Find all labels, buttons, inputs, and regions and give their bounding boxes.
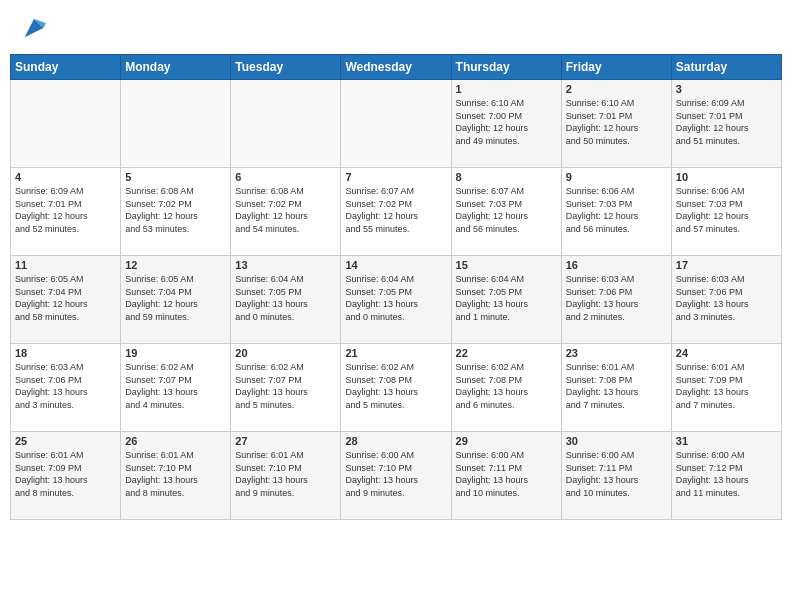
day-number: 18 [15,347,116,359]
calendar-cell: 17Sunrise: 6:03 AM Sunset: 7:06 PM Dayli… [671,256,781,344]
calendar-cell: 5Sunrise: 6:08 AM Sunset: 7:02 PM Daylig… [121,168,231,256]
day-info: Sunrise: 6:06 AM Sunset: 7:03 PM Dayligh… [676,185,777,235]
day-info: Sunrise: 6:03 AM Sunset: 7:06 PM Dayligh… [566,273,667,323]
calendar-cell: 12Sunrise: 6:05 AM Sunset: 7:04 PM Dayli… [121,256,231,344]
calendar-cell: 21Sunrise: 6:02 AM Sunset: 7:08 PM Dayli… [341,344,451,432]
day-number: 11 [15,259,116,271]
day-info: Sunrise: 6:09 AM Sunset: 7:01 PM Dayligh… [15,185,116,235]
day-number: 23 [566,347,667,359]
day-number: 1 [456,83,557,95]
day-number: 17 [676,259,777,271]
day-number: 21 [345,347,446,359]
day-info: Sunrise: 6:08 AM Sunset: 7:02 PM Dayligh… [125,185,226,235]
day-info: Sunrise: 6:07 AM Sunset: 7:02 PM Dayligh… [345,185,446,235]
calendar-cell: 4Sunrise: 6:09 AM Sunset: 7:01 PM Daylig… [11,168,121,256]
day-info: Sunrise: 6:01 AM Sunset: 7:09 PM Dayligh… [15,449,116,499]
day-number: 2 [566,83,667,95]
calendar-week-1: 1Sunrise: 6:10 AM Sunset: 7:00 PM Daylig… [11,80,782,168]
day-number: 24 [676,347,777,359]
day-number: 15 [456,259,557,271]
calendar-cell: 3Sunrise: 6:09 AM Sunset: 7:01 PM Daylig… [671,80,781,168]
calendar-cell [121,80,231,168]
day-info: Sunrise: 6:05 AM Sunset: 7:04 PM Dayligh… [125,273,226,323]
col-header-wednesday: Wednesday [341,55,451,80]
day-info: Sunrise: 6:10 AM Sunset: 7:01 PM Dayligh… [566,97,667,147]
calendar-cell: 23Sunrise: 6:01 AM Sunset: 7:08 PM Dayli… [561,344,671,432]
day-info: Sunrise: 6:00 AM Sunset: 7:12 PM Dayligh… [676,449,777,499]
day-info: Sunrise: 6:03 AM Sunset: 7:06 PM Dayligh… [15,361,116,411]
col-header-sunday: Sunday [11,55,121,80]
day-info: Sunrise: 6:03 AM Sunset: 7:06 PM Dayligh… [676,273,777,323]
calendar-week-4: 18Sunrise: 6:03 AM Sunset: 7:06 PM Dayli… [11,344,782,432]
day-number: 26 [125,435,226,447]
calendar-cell: 10Sunrise: 6:06 AM Sunset: 7:03 PM Dayli… [671,168,781,256]
calendar-cell [231,80,341,168]
day-number: 4 [15,171,116,183]
calendar-cell: 30Sunrise: 6:00 AM Sunset: 7:11 PM Dayli… [561,432,671,520]
calendar-cell: 7Sunrise: 6:07 AM Sunset: 7:02 PM Daylig… [341,168,451,256]
calendar-cell: 28Sunrise: 6:00 AM Sunset: 7:10 PM Dayli… [341,432,451,520]
calendar-cell: 27Sunrise: 6:01 AM Sunset: 7:10 PM Dayli… [231,432,341,520]
calendar-cell: 22Sunrise: 6:02 AM Sunset: 7:08 PM Dayli… [451,344,561,432]
day-info: Sunrise: 6:07 AM Sunset: 7:03 PM Dayligh… [456,185,557,235]
day-number: 7 [345,171,446,183]
calendar-cell: 18Sunrise: 6:03 AM Sunset: 7:06 PM Dayli… [11,344,121,432]
day-info: Sunrise: 6:01 AM Sunset: 7:10 PM Dayligh… [125,449,226,499]
calendar-cell: 13Sunrise: 6:04 AM Sunset: 7:05 PM Dayli… [231,256,341,344]
logo [18,14,48,42]
day-number: 12 [125,259,226,271]
calendar-cell: 6Sunrise: 6:08 AM Sunset: 7:02 PM Daylig… [231,168,341,256]
day-number: 8 [456,171,557,183]
logo-icon [20,14,48,42]
calendar-cell: 25Sunrise: 6:01 AM Sunset: 7:09 PM Dayli… [11,432,121,520]
day-info: Sunrise: 6:00 AM Sunset: 7:10 PM Dayligh… [345,449,446,499]
calendar-week-5: 25Sunrise: 6:01 AM Sunset: 7:09 PM Dayli… [11,432,782,520]
day-number: 3 [676,83,777,95]
calendar-cell: 16Sunrise: 6:03 AM Sunset: 7:06 PM Dayli… [561,256,671,344]
day-info: Sunrise: 6:09 AM Sunset: 7:01 PM Dayligh… [676,97,777,147]
day-info: Sunrise: 6:04 AM Sunset: 7:05 PM Dayligh… [345,273,446,323]
calendar-table: SundayMondayTuesdayWednesdayThursdayFrid… [10,54,782,520]
col-header-friday: Friday [561,55,671,80]
day-number: 9 [566,171,667,183]
day-info: Sunrise: 6:08 AM Sunset: 7:02 PM Dayligh… [235,185,336,235]
day-number: 31 [676,435,777,447]
calendar-cell [341,80,451,168]
calendar-cell: 20Sunrise: 6:02 AM Sunset: 7:07 PM Dayli… [231,344,341,432]
day-number: 20 [235,347,336,359]
day-number: 14 [345,259,446,271]
calendar-header: SundayMondayTuesdayWednesdayThursdayFrid… [11,55,782,80]
day-info: Sunrise: 6:04 AM Sunset: 7:05 PM Dayligh… [456,273,557,323]
day-info: Sunrise: 6:00 AM Sunset: 7:11 PM Dayligh… [566,449,667,499]
day-info: Sunrise: 6:01 AM Sunset: 7:08 PM Dayligh… [566,361,667,411]
calendar-cell: 29Sunrise: 6:00 AM Sunset: 7:11 PM Dayli… [451,432,561,520]
day-number: 10 [676,171,777,183]
calendar-cell: 24Sunrise: 6:01 AM Sunset: 7:09 PM Dayli… [671,344,781,432]
calendar-cell: 15Sunrise: 6:04 AM Sunset: 7:05 PM Dayli… [451,256,561,344]
col-header-saturday: Saturday [671,55,781,80]
calendar-cell: 11Sunrise: 6:05 AM Sunset: 7:04 PM Dayli… [11,256,121,344]
day-info: Sunrise: 6:02 AM Sunset: 7:07 PM Dayligh… [235,361,336,411]
day-number: 16 [566,259,667,271]
calendar-cell: 19Sunrise: 6:02 AM Sunset: 7:07 PM Dayli… [121,344,231,432]
col-header-thursday: Thursday [451,55,561,80]
day-number: 28 [345,435,446,447]
calendar-cell: 1Sunrise: 6:10 AM Sunset: 7:00 PM Daylig… [451,80,561,168]
calendar-week-2: 4Sunrise: 6:09 AM Sunset: 7:01 PM Daylig… [11,168,782,256]
col-header-monday: Monday [121,55,231,80]
day-info: Sunrise: 6:02 AM Sunset: 7:08 PM Dayligh… [456,361,557,411]
day-info: Sunrise: 6:06 AM Sunset: 7:03 PM Dayligh… [566,185,667,235]
day-number: 25 [15,435,116,447]
page-header [10,10,782,46]
day-number: 30 [566,435,667,447]
day-number: 22 [456,347,557,359]
day-number: 13 [235,259,336,271]
day-info: Sunrise: 6:10 AM Sunset: 7:00 PM Dayligh… [456,97,557,147]
day-info: Sunrise: 6:01 AM Sunset: 7:10 PM Dayligh… [235,449,336,499]
day-number: 19 [125,347,226,359]
day-info: Sunrise: 6:02 AM Sunset: 7:08 PM Dayligh… [345,361,446,411]
day-number: 29 [456,435,557,447]
calendar-cell [11,80,121,168]
day-info: Sunrise: 6:02 AM Sunset: 7:07 PM Dayligh… [125,361,226,411]
calendar-cell: 26Sunrise: 6:01 AM Sunset: 7:10 PM Dayli… [121,432,231,520]
